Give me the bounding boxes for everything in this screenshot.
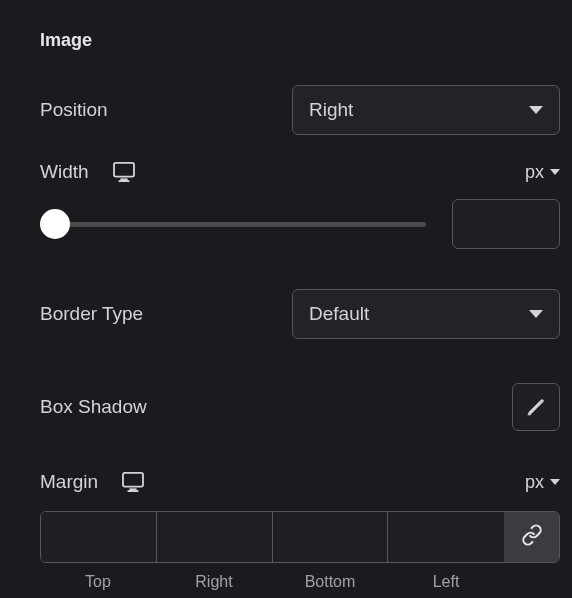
width-unit-toggle[interactable]: px — [525, 162, 560, 183]
desktop-icon[interactable] — [122, 472, 144, 492]
margin-label: Margin — [40, 471, 98, 493]
chevron-down-icon — [550, 479, 560, 485]
box-shadow-label: Box Shadow — [40, 396, 147, 418]
svg-rect-6 — [128, 490, 139, 492]
width-slider-row — [40, 199, 560, 249]
position-select[interactable]: Right — [292, 85, 560, 135]
width-slider[interactable] — [40, 209, 426, 239]
svg-rect-2 — [118, 180, 129, 182]
border-type-label: Border Type — [40, 303, 143, 325]
position-select-value: Right — [309, 99, 353, 121]
slider-track — [50, 222, 426, 227]
margin-top-label: Top — [40, 573, 156, 591]
margin-row: Margin px — [40, 471, 560, 493]
width-row: Width px — [40, 161, 560, 183]
margin-top-input[interactable] — [41, 512, 156, 562]
svg-rect-3 — [528, 414, 531, 415]
section-title: Image — [40, 30, 560, 51]
slider-thumb[interactable] — [40, 209, 70, 239]
link-icon — [521, 524, 543, 550]
box-shadow-edit-button[interactable] — [512, 383, 560, 431]
width-input[interactable] — [452, 199, 560, 249]
margin-side-labels: Top Right Bottom Left — [40, 573, 560, 591]
pencil-icon — [525, 396, 547, 418]
margin-right-input[interactable] — [157, 512, 272, 562]
border-type-select-value: Default — [309, 303, 369, 325]
margin-inputs — [40, 511, 560, 563]
margin-unit-toggle[interactable]: px — [525, 472, 560, 493]
width-label: Width — [40, 161, 89, 183]
chevron-down-icon — [529, 310, 543, 318]
margin-left-input[interactable] — [388, 512, 504, 562]
margin-bottom-label: Bottom — [272, 573, 388, 591]
chevron-down-icon — [550, 169, 560, 175]
box-shadow-row: Box Shadow — [40, 383, 560, 431]
margin-link-button[interactable] — [504, 512, 559, 562]
desktop-icon[interactable] — [113, 162, 135, 182]
margin-bottom-input[interactable] — [273, 512, 388, 562]
width-unit-label: px — [525, 162, 544, 183]
position-label: Position — [40, 99, 108, 121]
border-type-row: Border Type Default — [40, 289, 560, 339]
chevron-down-icon — [529, 106, 543, 114]
position-row: Position Right — [40, 85, 560, 135]
svg-rect-0 — [114, 163, 134, 177]
svg-rect-4 — [123, 473, 143, 487]
border-type-select[interactable]: Default — [292, 289, 560, 339]
margin-unit-label: px — [525, 472, 544, 493]
margin-left-label: Left — [388, 573, 504, 591]
margin-right-label: Right — [156, 573, 272, 591]
